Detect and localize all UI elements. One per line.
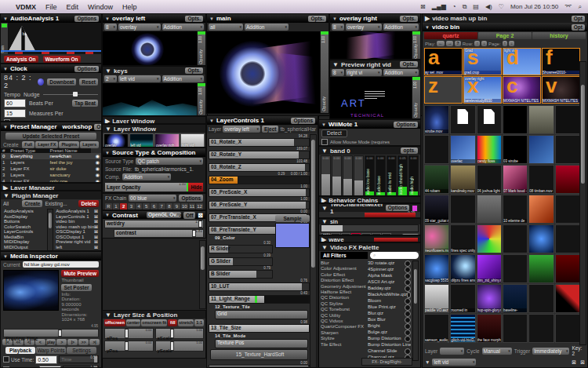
disclosure-triangle-icon[interactable]: ▼ xyxy=(105,151,110,155)
fx-load-icon[interactable] xyxy=(405,286,411,292)
measures-per-field[interactable]: 15 xyxy=(4,109,26,118)
wiimote-options-button[interactable]: Options xyxy=(394,122,418,128)
layer-size-preset-button[interactable]: onscreen fit xyxy=(141,319,167,326)
clip-tile[interactable]: 06 joshua light show xyxy=(477,165,502,194)
tap-beat-button[interactable]: Tap Beat xyxy=(72,100,98,107)
fx-file-item[interactable]: Blur.qtz xyxy=(368,311,411,317)
transport-button[interactable]: >> xyxy=(78,339,89,345)
preset-load-icon[interactable]: ◉ xyxy=(91,172,101,178)
keys-titlebar[interactable]: ▼ keys Opts. xyxy=(103,67,205,75)
clip-tile[interactable] xyxy=(555,314,580,343)
layer-control-slider[interactable]: 14_Tile_Mode xyxy=(209,333,310,339)
clip-tile[interactable]: zoomed in xyxy=(450,284,475,313)
menu-app[interactable]: VDMX xyxy=(16,3,36,11)
fx-slot[interactable]: 3 xyxy=(128,203,135,210)
clip-tile[interactable] xyxy=(503,314,528,343)
disclosure-triangle-icon[interactable]: ▼ xyxy=(425,25,430,30)
layer-control-slider[interactable]: 1.00 05_PreScale_X xyxy=(209,184,310,197)
composition-mode-dropdown[interactable]: Addition▾ xyxy=(383,24,419,31)
layer-controls-options-button[interactable]: Options xyxy=(291,118,315,124)
disclosure-triangle-icon[interactable]: ▼ xyxy=(105,16,110,21)
update-preset-button[interactable]: Update Selected Preset xyxy=(5,133,96,140)
fx-load-icon[interactable] xyxy=(405,330,411,336)
wave-titlebar[interactable]: ▶ wave xyxy=(319,236,420,242)
preset-create-tab[interactable]: Full xyxy=(22,141,34,148)
clip-tile[interactable] xyxy=(503,105,528,134)
transport-button[interactable]: > xyxy=(56,339,67,345)
plugin-instance-item[interactable]: left⊠ xyxy=(54,245,100,250)
fx-category-item[interactable]: Halftone Effect xyxy=(321,290,366,295)
fx-load-icon[interactable] xyxy=(407,292,411,298)
layer-thumbnail[interactable]: overlay xyxy=(103,133,129,148)
transport-button[interactable]: >| xyxy=(89,339,100,345)
row-up-button[interactable]: ↑ xyxy=(474,41,480,46)
allow-mouse-checkbox[interactable] xyxy=(321,139,328,145)
disclosure-triangle-icon[interactable]: ▼ xyxy=(3,67,8,71)
disclosure-triangle-icon[interactable]: ▼ xyxy=(3,125,8,129)
clip-tile[interactable] xyxy=(477,105,502,134)
overlay-left-preview[interactable]: 1.00Opacity xyxy=(103,31,205,66)
disclosure-triangle-icon[interactable]: ▼ xyxy=(321,122,326,127)
media-inspector-tab[interactable]: Playback xyxy=(5,347,35,354)
disclosure-triangle-icon[interactable]: ▼ xyxy=(332,61,339,68)
opacity-slider[interactable]: 1.00Opacity xyxy=(197,83,205,116)
clip-tile[interactable] xyxy=(528,254,554,283)
preset-manager-titlebar[interactable]: ▼ Preset Manager workshop Options xyxy=(1,122,101,131)
fx-slot[interactable]: 12 xyxy=(196,203,203,210)
fx-slot[interactable]: 9 xyxy=(173,203,180,210)
left-vid-dropdown[interactable]: left vid▾ xyxy=(432,359,476,366)
opacity-slider[interactable]: 1.00Opacity xyxy=(412,77,420,119)
overlay-right-opts-button[interactable]: Opts. xyxy=(400,16,418,22)
layer-control-slider[interactable]: 0.98 13_Tile_Size xyxy=(209,320,310,333)
crossfade-slider[interactable]: 0.29 xyxy=(321,212,419,218)
fx-load-icon[interactable] xyxy=(405,348,411,355)
main-preview[interactable]: 1.00Opacity xyxy=(207,31,328,113)
preview-time-slider[interactable]: Preview Time xyxy=(3,329,99,337)
layer-control-slider[interactable]: 169.07 02_Rotate_Y xyxy=(209,147,310,159)
preset-create-tab[interactable]: Layer FX xyxy=(35,141,58,148)
layer-opacity-slider[interactable]: Layer Opacity 1.00 Hide xyxy=(104,182,204,192)
fx-slot[interactable]: 4 xyxy=(136,203,143,210)
disclosure-triangle-icon[interactable]: ▼ xyxy=(105,213,110,217)
overlay-right-titlebar[interactable]: ▼ overlay right Opts. xyxy=(330,14,420,23)
clip-tile[interactable] xyxy=(477,195,502,224)
layer-thumbnail[interactable]: left vid xyxy=(129,133,154,148)
menu-edit[interactable]: Edit xyxy=(67,3,79,11)
fx-file-item[interactable]: Bright xyxy=(368,323,411,330)
fx-load-icon[interactable] xyxy=(405,273,411,279)
fx-category-item[interactable]: QC Vidvox xyxy=(321,319,366,324)
fx-chain-preset-dropdown[interactable]: 00 blue▾ xyxy=(129,195,176,202)
main-titlebar[interactable]: ▼ main Opts. xyxy=(207,14,328,23)
fx-file-item[interactable]: Bump Distortion Line xyxy=(368,342,411,348)
layer-size-titlebar[interactable]: ▼ Layer Size & Position xyxy=(103,311,205,319)
preset-create-tab[interactable]: Plugins xyxy=(59,141,79,148)
clip-tile[interactable]: 44 robam xyxy=(424,165,449,194)
mixer-titlebar[interactable]: ▼ TwoChannelMixer 1 Options xyxy=(319,204,420,212)
keyed-clip-tile[interactable]: f Showreel2010- xyxy=(542,48,580,75)
disclosure-triangle-icon[interactable]: ▼ xyxy=(105,67,111,75)
clock-options-button[interactable]: Options xyxy=(74,66,99,72)
preset-manager-options-button[interactable]: Options xyxy=(94,124,102,130)
delete-plugin-icon[interactable]: ⊠ xyxy=(94,245,98,250)
status-battery-icon[interactable]: ♡ xyxy=(499,3,504,10)
disclosure-triangle-icon[interactable]: ▶ xyxy=(425,15,430,22)
set-poster-button[interactable]: Set Poster xyxy=(61,284,91,291)
clip-tile[interactable]: strobe.mov xyxy=(424,105,449,134)
preview-right-preview[interactable]: ART TECHNICAL 1.00Opacity xyxy=(330,77,420,119)
clip-tile[interactable] xyxy=(555,135,580,164)
bin-page-tab[interactable]: Page 2 xyxy=(478,32,532,39)
keyed-clip-tile[interactable]: v MIXMASH NITELITES xyxy=(542,76,580,104)
row-down-button[interactable]: ↓ xyxy=(481,41,487,46)
opacity-slider[interactable]: 1.00Opacity xyxy=(412,31,420,60)
fx-category-item[interactable]: Tile Effect xyxy=(321,342,366,348)
fx-file-item[interactable]: Box Blur xyxy=(368,317,411,323)
fx-load-icon[interactable] xyxy=(405,298,411,304)
plugin-all-label[interactable]: All xyxy=(3,201,9,206)
clip-tile[interactable]: samson_audio_zoom xyxy=(424,314,449,343)
clip-tile[interactable]: hop-spin-glory.mov xyxy=(477,284,502,313)
opacity-slider[interactable]: 1.00Opacity xyxy=(320,31,328,113)
fx-file-item[interactable]: Bloom xyxy=(368,298,411,304)
keyed-clip-tile[interactable]: light vid d xyxy=(503,48,541,75)
page-down-button[interactable]: ↓ xyxy=(509,41,514,46)
layer-window-titlebar[interactable]: ▼ Layer Window xyxy=(103,125,205,133)
